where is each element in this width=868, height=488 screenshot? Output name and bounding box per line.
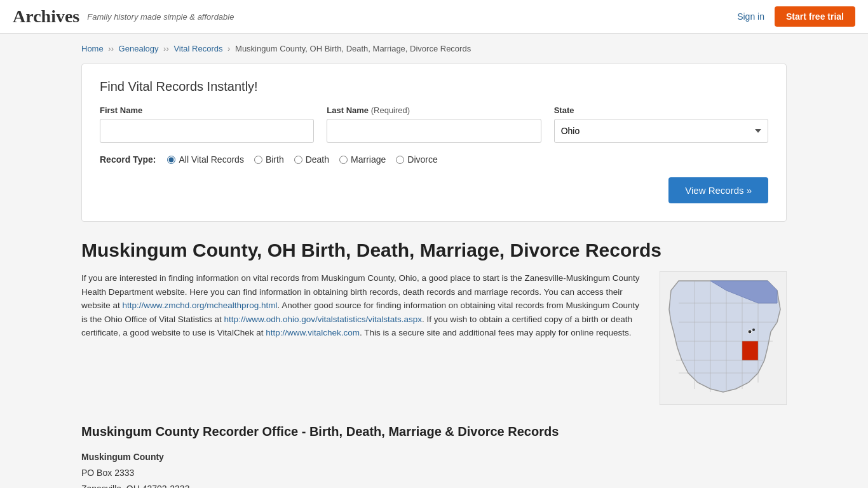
fields-row: First Name Last Name (Required) State Al…	[100, 105, 768, 143]
content-section: If you are interested in finding informa…	[81, 271, 787, 407]
radio-all-vital[interactable]: All Vital Records	[167, 154, 243, 165]
recorder-title: Muskingum County Recorder Office - Birth…	[81, 424, 787, 439]
address-block: Muskingum County PO Box 2333 Zanesville,…	[81, 449, 787, 488]
svg-point-15	[752, 329, 755, 331]
address-line1: PO Box 2333	[81, 465, 787, 481]
svg-rect-12	[742, 341, 758, 360]
link-zmchd[interactable]: http://www.zmchd.org/mchealthprog.html	[123, 301, 278, 310]
first-name-group: First Name	[100, 105, 314, 143]
svg-point-14	[748, 330, 752, 334]
radio-death[interactable]: Death	[294, 154, 329, 165]
view-records-button[interactable]: View Records »	[668, 177, 768, 203]
radio-all-vital-input[interactable]	[167, 156, 175, 164]
last-name-group: Last Name (Required)	[327, 105, 541, 143]
county-name: Muskingum County	[81, 449, 787, 465]
state-label: State	[554, 105, 768, 115]
logo-text: Archives	[13, 6, 79, 26]
last-name-input[interactable]	[327, 119, 541, 143]
first-name-input[interactable]	[100, 119, 314, 143]
radio-divorce-input[interactable]	[396, 156, 404, 164]
radio-divorce-label: Divorce	[407, 154, 437, 165]
link-vitalchek[interactable]: http://www.vitalchek.com	[266, 328, 360, 337]
radio-divorce[interactable]: Divorce	[396, 154, 437, 165]
breadcrumb-sep3: ›	[227, 44, 233, 53]
sign-in-link[interactable]: Sign in	[737, 11, 764, 22]
state-select[interactable]: All United States Alabama Alaska Arizona…	[554, 119, 768, 143]
page-title: Muskingum County, OH Birth, Death, Marri…	[81, 240, 787, 261]
body-paragraph: If you are interested in finding informa…	[81, 271, 644, 340]
site-header: Archives Family history made simple & af…	[0, 0, 868, 34]
breadcrumb-vital-records[interactable]: Vital Records	[173, 44, 222, 53]
body-text-4: . This is a secure site and additional f…	[360, 328, 632, 337]
ohio-map-svg	[660, 271, 787, 405]
breadcrumb-current: Muskingum County, OH Birth, Death, Marri…	[235, 44, 471, 53]
header-left: Archives Family history made simple & af…	[13, 6, 234, 27]
breadcrumb: Home ›› Genealogy ›› Vital Records › Mus…	[81, 44, 787, 53]
view-records-container: View Records »	[100, 177, 768, 203]
main-content: Home ›› Genealogy ›› Vital Records › Mus…	[69, 34, 799, 488]
breadcrumb-genealogy[interactable]: Genealogy	[119, 44, 159, 53]
radio-marriage[interactable]: Marriage	[339, 154, 386, 165]
radio-birth-input[interactable]	[254, 156, 262, 164]
search-title: Find Vital Records Instantly!	[100, 79, 768, 94]
body-text: If you are interested in finding informa…	[81, 271, 644, 407]
link-odh[interactable]: http://www.odh.ohio.gov/vitalstatistics/…	[224, 315, 422, 324]
breadcrumb-sep1: ››	[108, 44, 116, 53]
site-logo: Archives	[13, 6, 79, 27]
radio-death-label: Death	[306, 154, 329, 165]
radio-marriage-label: Marriage	[351, 154, 386, 165]
breadcrumb-home[interactable]: Home	[81, 44, 104, 53]
radio-birth[interactable]: Birth	[254, 154, 284, 165]
radio-all-vital-label: All Vital Records	[179, 154, 243, 165]
required-indicator: (Required)	[371, 105, 410, 115]
ohio-map-container	[660, 271, 787, 407]
site-tagline: Family history made simple & affordable	[87, 12, 234, 22]
radio-group: All Vital Records Birth Death Marriage D…	[167, 154, 437, 165]
radio-death-input[interactable]	[294, 156, 302, 164]
first-name-label: First Name	[100, 105, 314, 115]
radio-birth-label: Birth	[266, 154, 284, 165]
record-type-row: Record Type: All Vital Records Birth Dea…	[100, 154, 768, 165]
state-group: State All United States Alabama Alaska A…	[554, 105, 768, 143]
breadcrumb-sep2: ››	[163, 44, 171, 53]
free-trial-button[interactable]: Start free trial	[775, 6, 855, 27]
header-right: Sign in Start free trial	[737, 6, 855, 27]
last-name-label: Last Name (Required)	[327, 105, 541, 115]
search-box: Find Vital Records Instantly! First Name…	[81, 64, 787, 222]
radio-marriage-input[interactable]	[339, 156, 348, 164]
address-line2: Zanesville, OH 43702-2333	[81, 481, 787, 488]
recorder-section: Muskingum County Recorder Office - Birth…	[81, 424, 787, 488]
record-type-label: Record Type:	[100, 154, 156, 165]
